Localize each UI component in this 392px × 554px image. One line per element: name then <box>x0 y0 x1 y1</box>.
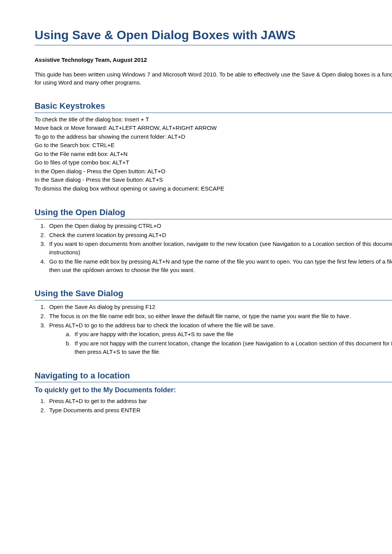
list-item: If you are happy with the location, pres… <box>72 330 392 338</box>
keystroke-line: Go to the File name edit box: ALT+N <box>35 150 392 159</box>
list-item: The focus is on the file name edit box, … <box>47 312 392 320</box>
intro-paragraph: This guide has been written using Window… <box>35 71 392 86</box>
subsection-heading-mydocs: To quickly get to the My Documents folde… <box>35 385 392 395</box>
save-dialog-steps: Open the Save As dialog by pressing F12 … <box>35 303 392 356</box>
save-dialog-substeps: If you are happy with the location, pres… <box>49 330 392 356</box>
list-item: Press ALT+D to get to the address bar <box>47 397 392 405</box>
open-dialog-steps: Open the Open dialog by pressing CTRL+O … <box>35 222 392 274</box>
list-item: If you want to open documents from anoth… <box>47 240 392 257</box>
list-item: Open the Save As dialog by pressing F12 <box>47 303 392 311</box>
keystroke-line: In the Save dialog - Press the Save butt… <box>35 176 392 184</box>
nav-mydocs-steps: Press ALT+D to get to the address bar Ty… <box>35 397 392 415</box>
section-heading-basic: Basic Keystrokes <box>35 100 392 113</box>
list-item: Check the current location by pressing A… <box>47 231 392 239</box>
list-item: Press ALT+D to go to the address bar to … <box>47 321 392 356</box>
basic-keystrokes-block: To check the title of the dialog box: In… <box>35 115 392 193</box>
list-item: Type Documents and press ENTER <box>47 406 392 415</box>
keystroke-line: To dismiss the dialog box without openin… <box>35 184 392 193</box>
keystroke-line: Move back or Move forward: ALT+LEFT ARRO… <box>35 124 392 133</box>
list-item: Go to the file name edit box by pressing… <box>47 257 392 274</box>
section-heading-save: Using the Save Dialog <box>35 288 392 300</box>
section-heading-nav: Navigating to a location <box>35 370 392 383</box>
keystroke-line: In the Open dialog - Press the Open butt… <box>35 167 392 176</box>
keystroke-line: Go to files of type combo box: ALT+T <box>35 158 392 167</box>
byline: Assistive Technology Team, August 2012 <box>35 56 392 64</box>
list-item-text: Press ALT+D to go to the address bar to … <box>49 322 275 328</box>
list-item: If you are not happy with the current lo… <box>72 339 392 356</box>
page-title: Using Save & Open Dialog Boxes with JAWS <box>35 27 392 45</box>
list-item: Open the Open dialog by pressing CTRL+O <box>47 222 392 230</box>
section-heading-open: Using the Open Dialog <box>35 207 392 219</box>
keystroke-line: Go to the Search box: CTRL+E <box>35 141 392 150</box>
keystroke-line: To go to the address bar showing the cur… <box>35 133 392 141</box>
keystroke-line: To check the title of the dialog box: In… <box>35 115 392 124</box>
